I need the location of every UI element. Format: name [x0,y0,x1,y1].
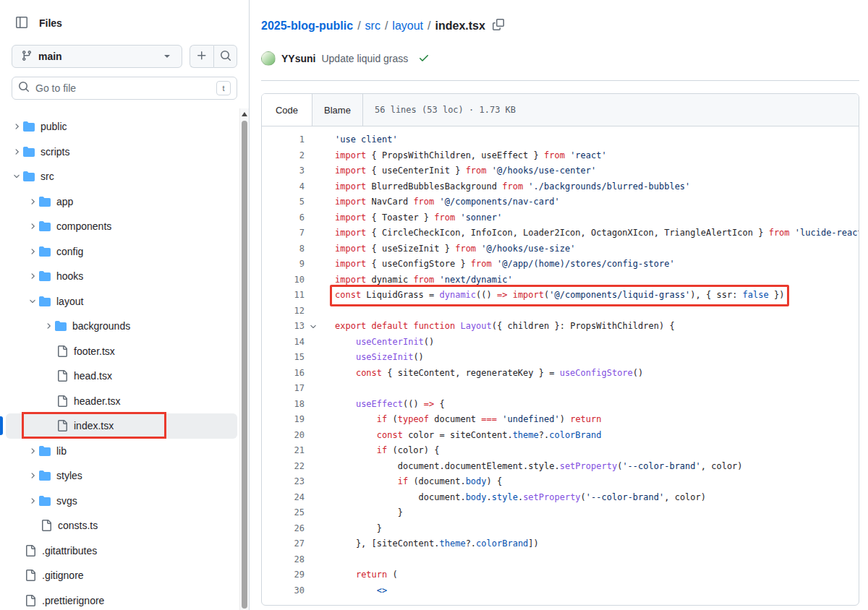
code-view-panel: Code Blame 56 lines (53 loc) · 1.73 KB 1… [261,93,859,606]
breadcrumb-src-link[interactable]: src [365,20,380,33]
tree-file-consts.ts[interactable]: consts.ts [6,513,237,538]
tree-folder-styles[interactable]: styles [6,463,237,489]
line-number[interactable]: 2 [262,148,305,164]
breadcrumb-repo-link[interactable]: 2025-blog-public [261,20,353,33]
chevron-right-icon [26,447,39,455]
code-line: 22 document.documentElement.style.setPro… [262,459,859,475]
breadcrumb-layout-link[interactable]: layout [392,20,423,33]
tree-file-prettierignore[interactable]: .prettierignore [6,588,237,610]
fold-gutter [305,132,322,148]
line-number[interactable]: 25 [262,505,305,521]
breadcrumb-current-file: index.tsx [435,20,485,33]
breadcrumb-separator: / [380,20,392,33]
code-line: 8import { useSizeInit } from '@/hooks/us… [262,241,859,257]
line-number[interactable]: 23 [262,474,305,490]
search-tree-button[interactable] [213,45,237,68]
tree-folder-layout[interactable]: layout [6,289,237,314]
line-number[interactable]: 30 [262,583,305,599]
branch-row: main [0,40,249,72]
fold-chevron-icon[interactable] [305,319,322,335]
file-icon [25,570,39,581]
tree-folder-hooks[interactable]: hooks [6,264,237,289]
folder-icon [39,445,54,457]
code-text [322,381,335,397]
tree-file-head.tsx[interactable]: head.tsx [6,364,237,389]
tree-item-label: .gitignore [39,570,84,581]
tree-item-label: consts.ts [55,520,98,531]
line-number[interactable]: 21 [262,443,305,459]
new-file-button[interactable] [190,45,213,68]
line-number[interactable]: 14 [262,335,305,351]
fold-gutter [305,335,322,351]
line-number[interactable]: 19 [262,412,305,428]
line-number[interactable]: 22 [262,459,305,475]
code-line: 26 } [262,521,859,537]
tree-folder-config[interactable]: config [6,239,237,265]
avatar[interactable] [261,51,276,66]
line-number[interactable]: 17 [262,381,305,397]
line-number[interactable]: 28 [262,552,305,568]
sidebar-toggle-button[interactable] [12,13,32,33]
tree-file-index.tsx[interactable]: index.tsx [6,413,237,439]
line-number[interactable]: 8 [262,241,305,257]
line-number[interactable]: 4 [262,179,305,195]
tree-folder-svgs[interactable]: svgs [6,489,237,514]
line-number[interactable]: 20 [262,428,305,444]
line-number[interactable]: 9 [262,257,305,272]
code-text: const color = siteContent.theme?.colorBr… [322,428,601,444]
active-file-indicator [0,416,3,435]
line-number[interactable]: 24 [262,490,305,506]
folder-icon [39,470,54,481]
line-number[interactable]: 18 [262,397,305,413]
fold-gutter [305,490,322,506]
line-number[interactable]: 26 [262,521,305,537]
tree-folder-src[interactable]: src [6,164,237,189]
branch-selector-button[interactable]: main [12,45,182,68]
tree-file-footer.tsx[interactable]: footer.tsx [6,339,237,364]
scrollbar-thumb[interactable] [242,121,247,609]
line-number[interactable]: 16 [262,366,305,382]
tree-file-header.tsx[interactable]: header.tsx [6,389,237,414]
scrollbar-up-arrow[interactable] [242,112,247,116]
line-number[interactable]: 15 [262,350,305,366]
copy-path-button[interactable] [493,19,504,33]
code-line: 13export default function Layout({ child… [262,319,859,335]
line-number[interactable]: 12 [262,304,305,319]
tree-folder-app[interactable]: app [6,189,237,215]
commit-message-link[interactable]: Update liquid grass [321,53,408,64]
line-number[interactable]: 27 [262,536,305,552]
line-number[interactable]: 6 [262,210,305,226]
fold-gutter [305,210,322,226]
code-line: 9import { useConfigStore } from '@/app/(… [262,257,859,272]
tree-file-gitignore[interactable]: .gitignore [6,563,237,588]
line-number[interactable]: 5 [262,194,305,210]
code-text: } [322,505,403,521]
line-number[interactable]: 1 [262,132,305,148]
fold-gutter [305,350,322,366]
tree-item-label: header.tsx [71,395,121,407]
line-number[interactable]: 13 [262,319,305,335]
tree-folder-backgrounds[interactable]: backgrounds [6,314,237,339]
commit-status-check[interactable] [418,52,430,66]
line-number[interactable]: 10 [262,272,305,288]
github-file-browser: Files main [0,0,868,610]
tree-folder-public[interactable]: public [6,114,237,139]
line-number[interactable]: 11 [262,288,305,304]
tree-item-label: lib [54,445,67,457]
code-text [322,552,335,568]
tree-item-label: scripts [38,146,69,158]
commit-author-link[interactable]: YYsuni [281,53,315,64]
tree-item-label: backgrounds [69,320,130,332]
tree-folder-lib[interactable]: lib [6,439,237,464]
line-number[interactable]: 29 [262,567,305,583]
tree-file-gitattributes[interactable]: .gitattributes [6,538,237,564]
file-icon [56,420,71,431]
go-to-file-input[interactable]: Go to file t [12,77,237,100]
line-number[interactable]: 3 [262,163,305,179]
tab-code[interactable]: Code [262,94,312,126]
tree-folder-scripts[interactable]: scripts [6,139,237,165]
line-number[interactable]: 7 [262,225,305,241]
tab-blame[interactable]: Blame [312,94,363,126]
tree-folder-components[interactable]: components [6,214,237,239]
chevron-right-icon [26,247,39,256]
